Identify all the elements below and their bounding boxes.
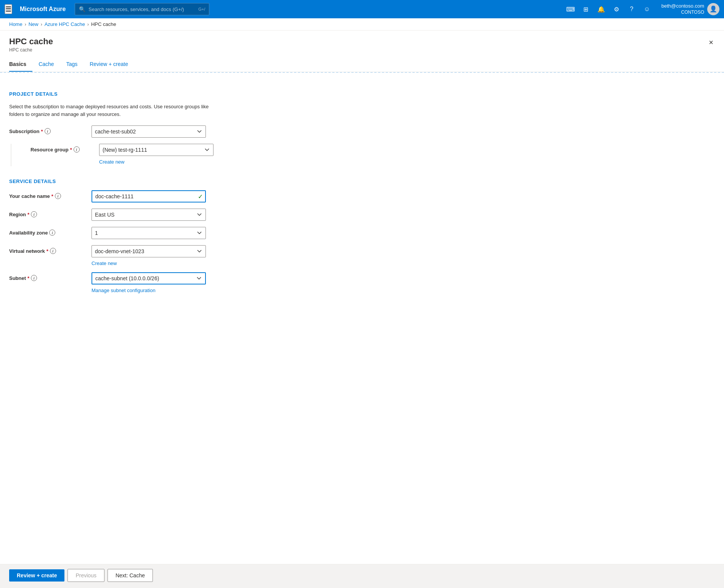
cache-name-input-wrapper: ✓ [92,190,206,202]
cache-name-control: ✓ [92,190,206,202]
bottom-bar: Review + create Previous Next: Cache [0,564,724,586]
cloud-shell-button[interactable]: ⌨ [564,2,578,16]
subscription-required: * [41,129,43,134]
tab-basics[interactable]: Basics [9,57,32,72]
create-new-vnet-link[interactable]: Create new [92,260,206,266]
breadcrumb-azure-hpc-cache[interactable]: Azure HPC Cache [45,21,85,27]
breadcrumb-current: HPC cache [91,21,116,27]
settings-button[interactable]: ⚙ [610,2,623,16]
feedback-button[interactable]: ☺ [640,2,654,16]
region-control: East US [92,209,206,221]
az-control: 1 [92,227,206,239]
search-bar: 🔍 G+/ [75,3,209,15]
search-icon: 🔍 [79,6,85,12]
rg-required: * [70,147,72,153]
availability-zone-select[interactable]: 1 [92,227,206,239]
breadcrumb-sep-3: › [87,22,89,27]
content-area: PROJECT DETAILS Select the subscription … [0,79,724,564]
subnet-required: * [27,275,29,281]
page-subtitle: HPC cache [9,47,53,53]
keyboard-shortcut: G+/ [198,7,205,11]
cache-name-input[interactable] [92,190,206,202]
region-select[interactable]: East US [92,209,206,221]
project-details-header: PROJECT DETAILS [9,91,715,97]
close-button[interactable]: × [707,37,715,48]
virtual-network-row: Virtual network * i doc-demo-vnet-1023 C… [9,245,715,266]
rg-info-icon[interactable]: i [74,146,80,153]
subnet-row: Subnet * i cache-subnet (10.0.0.0/26) Ma… [9,272,715,293]
resource-group-container: Resource group * i (New) test-rg-1111 Cr… [9,144,715,166]
previous-button[interactable]: Previous [67,569,104,582]
cache-name-row: Your cache name * i ✓ [9,190,715,202]
region-info-icon[interactable]: i [31,211,37,217]
vnet-info-icon[interactable]: i [50,248,56,254]
breadcrumb-sep-1: › [25,22,26,27]
tab-review-create[interactable]: Review + create [87,57,134,72]
subscription-label: Subscription * i [9,125,85,134]
page-title-section: HPC cache HPC cache [9,37,53,53]
help-button[interactable]: ? [625,2,639,16]
subscription-control: cache-test-sub02 [92,125,206,138]
cache-name-required: * [51,193,53,199]
notifications-button[interactable]: 🔔 [594,2,608,16]
resource-group-label: Resource group * i [31,144,93,153]
nav-icons: ⌨ ⊞ 🔔 ⚙ ? ☺ [564,2,654,16]
resource-group-row: Resource group * i (New) test-rg-1111 Cr… [31,144,214,165]
tab-bar: Basics Cache Tags Review + create [0,57,724,72]
main-container: HPC cache HPC cache × Basics Cache Tags … [0,31,724,586]
region-required: * [27,212,29,217]
top-navigation: ☰ Microsoft Azure 🔍 G+/ ⌨ ⊞ 🔔 ⚙ ? ☺ beth… [0,0,724,18]
subnet-control: cache-subnet (10.0.0.0/26) Manage subnet… [92,272,206,293]
create-new-rg-link[interactable]: Create new [99,159,214,165]
rg-control: (New) test-rg-1111 Create new [99,144,214,165]
subscription-info-icon[interactable]: i [45,128,51,134]
avatar: 👤 [707,3,719,15]
service-details-header: SERVICE DETAILS [9,178,715,184]
region-label: Region * i [9,209,85,217]
resource-group-select[interactable]: (New) test-rg-1111 [99,144,214,156]
next-button[interactable]: Next: Cache [108,569,153,582]
hamburger-menu[interactable]: ☰ [5,4,12,14]
breadcrumb: Home › New › Azure HPC Cache › HPC cache [0,18,724,31]
vnet-required: * [47,248,48,254]
az-info-icon[interactable]: i [49,230,55,236]
user-email: beth@contoso.com [661,3,704,10]
user-info-text: beth@contoso.com CONTOSO [661,3,704,15]
validation-check-icon: ✓ [198,193,203,200]
review-create-button[interactable]: Review + create [9,569,64,582]
virtual-network-label: Virtual network * i [9,245,85,254]
tab-cache[interactable]: Cache [35,57,60,72]
subnet-label: Subnet * i [9,272,85,281]
cache-name-label: Your cache name * i [9,190,85,199]
user-account[interactable]: beth@contoso.com CONTOSO 👤 [661,3,719,15]
subnet-select[interactable]: cache-subnet (10.0.0.0/26) [92,272,206,284]
virtual-network-select[interactable]: doc-demo-vnet-1023 [92,245,206,257]
breadcrumb-new[interactable]: New [29,21,39,27]
availability-zone-label: Availability zone i [9,227,85,236]
search-input[interactable] [88,6,195,12]
portal-menu-button[interactable]: ⊞ [579,2,593,16]
page-title: HPC cache [9,37,53,47]
manage-subnet-link[interactable]: Manage subnet configuration [92,288,206,293]
availability-zone-row: Availability zone i 1 [9,227,715,239]
page-header: HPC cache HPC cache × [0,31,724,53]
tab-tags[interactable]: Tags [63,57,84,72]
vnet-control: doc-demo-vnet-1023 Create new [92,245,206,266]
user-org: CONTOSO [661,10,704,16]
breadcrumb-sep-2: › [41,22,42,27]
service-details-section: SERVICE DETAILS Your cache name * i ✓ [9,178,715,293]
region-row: Region * i East US [9,209,715,221]
subscription-row: Subscription * i cache-test-sub02 [9,125,715,138]
project-details-section: PROJECT DETAILS Select the subscription … [9,91,715,166]
subscription-select[interactable]: cache-test-sub02 [92,125,206,138]
breadcrumb-home[interactable]: Home [9,21,22,27]
brand-name: Microsoft Azure [20,6,66,13]
cache-name-info-icon[interactable]: i [55,193,61,199]
subnet-info-icon[interactable]: i [31,275,37,281]
project-details-description: Select the subscription to manage deploy… [9,103,223,118]
